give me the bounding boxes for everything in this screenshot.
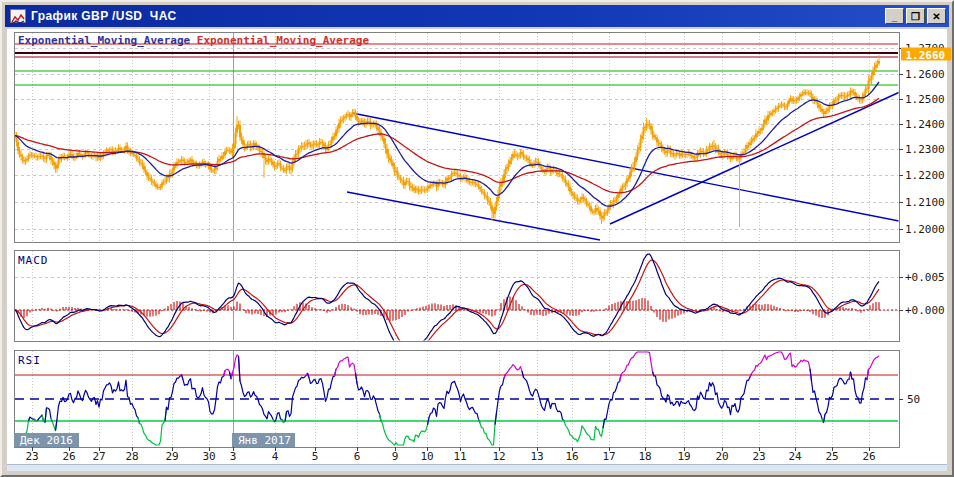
day-axis-label: 17 [602,450,615,463]
day-axis-label: 25 [825,450,838,463]
day-axis-label: 3 [230,450,237,463]
day-axis-label: 12 [492,450,505,463]
day-axis-label: 11 [453,450,466,463]
ema-slow-label: Exponential_Moving_Average [197,34,369,47]
rsi-panel[interactable] [14,350,899,447]
window-frame: График GBP /USD ЧАС _ ❐ ✕ 1.27001.26001.… [0,0,954,477]
day-axis-label: 19 [677,450,690,463]
current-price-label: 1.2660 [906,49,946,62]
day-axis-label: 26 [862,450,875,463]
ema-indicator-labels: Exponential_Moving_Average Exponential_M… [18,35,369,46]
day-axis-label: 6 [354,450,361,463]
price-axis-label: 1.2100 [905,196,945,209]
price-axis-label: 1.2600 [905,68,945,81]
day-axis-label: 9 [392,450,399,463]
day-axis-label: 23 [752,450,765,463]
price-axis-label: 1.2500 [905,93,945,106]
price-axis-label: 1.2000 [905,223,945,236]
macd-panel[interactable] [14,250,899,341]
day-axis-label: 23 [25,450,38,463]
day-axis-label: 28 [125,450,138,463]
macd-axis-label: +0.000 [905,304,945,317]
price-panel[interactable] [14,32,899,242]
day-axis-label: 10 [420,450,433,463]
macd-panel-label: MACD [18,255,49,266]
day-axis-label: 30 [202,450,215,463]
rsi-panel-label: RSI [18,355,41,366]
day-axis-label: 27 [92,450,105,463]
ema-fast-label: Exponential_Moving_Average [18,34,190,47]
day-axis-label: 20 [715,450,728,463]
application-window: График GBP /USD ЧАС _ ❐ ✕ 1.27001.26001.… [0,0,954,477]
day-axis-label: 13 [530,450,543,463]
price-axis-label: 1.2200 [905,169,945,182]
day-axis-label: 26 [62,450,75,463]
macd-axis-label: +0.005 [905,271,945,284]
price-axis-label: 1.2400 [905,118,945,131]
day-axis-label: 18 [638,450,651,463]
day-axis-label: 24 [788,450,802,463]
day-axis-label: 5 [312,450,319,463]
rsi-axis-label: 50 [907,393,920,406]
day-axis-label: 29 [165,450,178,463]
day-axis-label: 4 [272,450,279,463]
price-axis-label: 1.2300 [905,143,945,156]
day-axis-label: 16 [565,450,578,463]
